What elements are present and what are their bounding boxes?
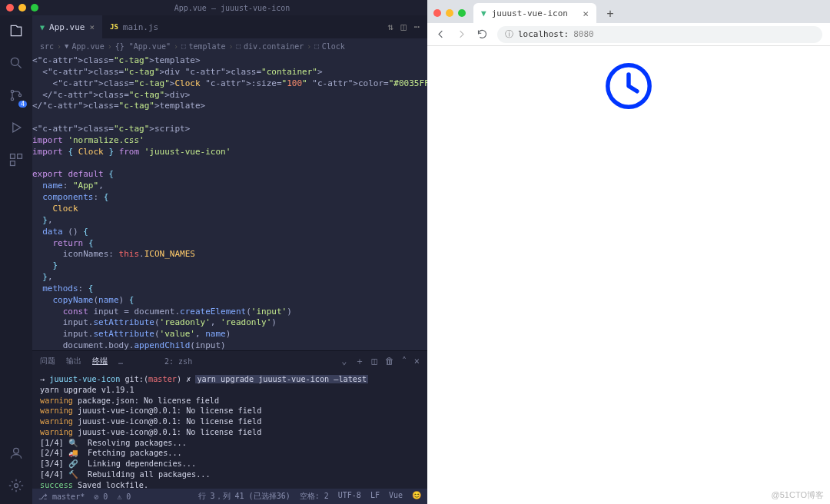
status-bar: ⎇ master* ⊘ 0 ⚠ 0 行 3，列 41 (已选择36) 空格: 2… — [32, 489, 427, 504]
browser-tab[interactable]: ▼ juuust-vue-icon × — [473, 3, 596, 23]
tab-label: main.js — [123, 22, 158, 32]
warnings-count[interactable]: ⚠ 0 — [117, 492, 131, 501]
close-icon[interactable]: × — [89, 22, 95, 32]
forward-icon[interactable] — [456, 28, 467, 40]
panel-tab-problems[interactable]: 问题 — [40, 356, 55, 366]
panel: 问题 输出 终端 … 2: zsh ⌄ ＋ ◫ 🗑 ˄ × → juuust-v… — [32, 350, 427, 489]
terminal-dropdown-icon[interactable]: ⌄ — [341, 356, 347, 366]
compare-icon[interactable]: ⇅ — [387, 22, 393, 32]
svg-point-0 — [11, 58, 18, 65]
split-editor-icon[interactable]: ◫ — [401, 22, 407, 32]
back-icon[interactable] — [435, 28, 447, 40]
minimize-window-button[interactable] — [18, 4, 26, 12]
language-mode[interactable]: Vue — [389, 491, 403, 502]
feedback-icon[interactable]: 😊 — [412, 491, 421, 502]
new-tab-button[interactable]: + — [601, 5, 619, 23]
close-window-button[interactable] — [433, 9, 441, 17]
eol[interactable]: LF — [370, 491, 380, 502]
window-title: App.vue — juuust-vue-icon — [43, 4, 421, 12]
terminal[interactable]: → juuust-vue-icon git:(master) ✗ yarn up… — [32, 371, 427, 489]
svg-rect-4 — [11, 154, 15, 159]
browser-toolbar: ⓘ localhost:8080 — [427, 23, 830, 46]
debug-icon[interactable] — [8, 120, 24, 138]
tab-label: App.vue — [49, 22, 85, 32]
minimize-window-button[interactable] — [446, 9, 453, 17]
account-icon[interactable] — [8, 446, 24, 464]
vscode-window: App.vue — juuust-vue-icon ▼ App.vue × — [0, 0, 427, 504]
split-terminal-icon[interactable]: ◫ — [372, 356, 377, 366]
svg-point-1 — [11, 90, 13, 92]
explorer-icon[interactable] — [8, 23, 24, 41]
breadcrumbs[interactable]: src› ▼App.vue› {} "App.vue"› ⬚template› … — [32, 38, 427, 54]
svg-point-7 — [14, 448, 19, 453]
browser-window: ▼ juuust-vue-icon × + ⓘ localhost:8080 — [427, 0, 830, 504]
js-file-icon: JS — [110, 23, 118, 31]
cursor-position[interactable]: 行 3，列 41 (已选择36) — [198, 491, 290, 502]
svg-rect-5 — [18, 154, 22, 159]
indentation[interactable]: 空格: 2 — [300, 491, 329, 502]
chevron-up-icon[interactable]: ˄ — [402, 356, 407, 366]
reload-icon[interactable] — [476, 28, 488, 40]
panel-tab-terminal[interactable]: 终端 — [92, 356, 108, 366]
svg-rect-6 — [11, 161, 15, 166]
git-branch[interactable]: ⎇ master* — [38, 492, 85, 501]
clock-icon — [603, 60, 655, 112]
close-panel-icon[interactable]: × — [414, 356, 420, 366]
errors-count[interactable]: ⊘ 0 — [94, 492, 108, 501]
editor-tabs: ▼ App.vue × JS main.js ⇅ ◫ ⋯ — [32, 15, 427, 38]
close-tab-icon[interactable]: × — [583, 8, 589, 19]
source-control-icon[interactable] — [8, 88, 24, 106]
search-icon[interactable] — [8, 55, 24, 74]
terminal-shell[interactable]: 2: zsh — [164, 357, 192, 366]
url-host: localhost: — [518, 29, 569, 39]
vue-file-icon: ▼ — [40, 23, 45, 32]
activity-bar — [0, 15, 32, 504]
tab-app-vue[interactable]: ▼ App.vue × — [32, 15, 102, 38]
address-bar[interactable]: ⓘ localhost:8080 — [497, 26, 822, 43]
vscode-titlebar: App.vue — juuust-vue-icon — [0, 0, 427, 15]
url-port: 8080 — [573, 29, 594, 39]
new-terminal-icon[interactable]: ＋ — [355, 355, 364, 368]
tab-main-js[interactable]: JS main.js — [102, 15, 166, 38]
extensions-icon[interactable] — [8, 152, 24, 171]
vue-favicon-icon: ▼ — [481, 8, 486, 18]
more-icon[interactable]: ⋯ — [414, 22, 420, 32]
maximize-window-button[interactable] — [31, 4, 38, 12]
settings-icon[interactable] — [8, 478, 24, 496]
code-editor[interactable]: <"c-attr">class="c-tag">template> <"c-at… — [32, 54, 427, 350]
svg-point-3 — [18, 94, 21, 96]
browser-tab-title: juuust-vue-icon — [492, 8, 568, 18]
watermark: @51CTO博客 — [772, 489, 824, 501]
maximize-window-button[interactable] — [458, 9, 466, 17]
svg-point-2 — [11, 98, 13, 100]
svg-point-8 — [15, 484, 18, 488]
encoding[interactable]: UTF-8 — [338, 491, 361, 502]
panel-tab-output[interactable]: 输出 — [66, 356, 81, 366]
trash-icon[interactable]: 🗑 — [385, 356, 394, 366]
info-icon: ⓘ — [505, 28, 513, 40]
panel-tab-more[interactable]: … — [118, 357, 123, 366]
browser-viewport — [427, 46, 830, 504]
close-window-button[interactable] — [6, 4, 14, 12]
